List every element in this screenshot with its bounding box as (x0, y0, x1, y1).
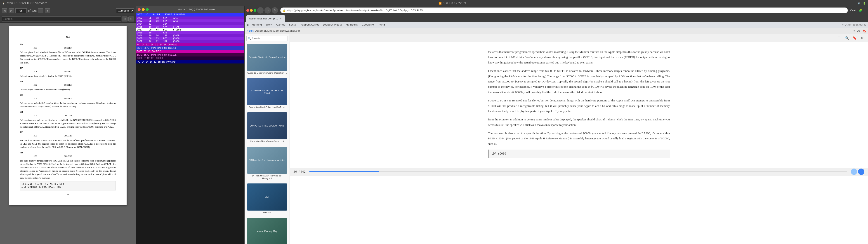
browser-title-bar: ← → ↻ 🔒 https://play.google.com/books/re… (245, 6, 868, 14)
browser-maximize-btn[interactable] (254, 9, 256, 12)
browser-body: Guide to Electronic Game Operation Guide… (245, 34, 868, 244)
reader-toc-btn[interactable]: ☰ (836, 35, 842, 41)
browser-tabs: AssemblyLinesCompl... ✕ (245, 14, 868, 22)
reader-next-btn[interactable]: › (858, 169, 864, 175)
book-search-input[interactable] (246, 36, 288, 41)
pdf-search-input[interactable] (2, 17, 121, 22)
other-bookmarks[interactable]: » Other bookmarks (842, 23, 866, 26)
pdf-text-710: The same as above for playfield two; in … (20, 159, 116, 180)
pdf-zoom-in-btn[interactable]: + (45, 8, 50, 13)
window-close-btn[interactable] (138, 8, 141, 11)
bookmark-googlefit-label: Google Fit (362, 23, 374, 26)
pdf-page-input[interactable]: 95 (16, 8, 27, 13)
system-bar-center: 📶 Sun Jun 12 22:09 (438, 1, 466, 5)
pdf-section-707: 707 (20, 93, 116, 97)
browser-reader[interactable]: ☰ 🔍 🔖 ⚙ the areas that hardcore programm… (290, 34, 868, 244)
browser-panel: ← → ↻ 🔒 https://play.google.com/books/re… (244, 6, 868, 244)
bookmark-mybooks[interactable]: My Books (344, 23, 360, 27)
pdf-search-bar: ◁ ▷ (0, 16, 135, 23)
pdf-zoom-select[interactable]: 109.96% 100% 75% (116, 8, 134, 13)
tab-close-btn[interactable]: ✕ (279, 17, 282, 20)
bookmark-games[interactable]: Games (274, 23, 287, 27)
system-bar: 🐧 atari+ 1.80(c) THOR Software 📶 Sun Jun… (0, 0, 868, 6)
datetime: Sun Jun 12 22:09 (443, 2, 466, 5)
battery-icon: 🔋 (863, 1, 866, 5)
pdf-text-708: Color register zero, color of playfield … (20, 119, 116, 129)
window-maximize-btn[interactable] (146, 8, 149, 11)
pdf-edit-back-link[interactable]: « Edit (246, 29, 254, 32)
bookmark-morning[interactable]: Morning (250, 23, 264, 27)
browser-close-btn[interactable] (246, 9, 249, 12)
book-thumb-3[interactable]: COMPUTES THIRD BOOK OF ATARI Computes-Th… (246, 111, 288, 144)
more-menu-icon[interactable]: ⋮ (864, 9, 866, 12)
book-thumb-2[interactable]: COMPUTES ATARI COLLECTION VOL.1 Computes… (246, 77, 288, 110)
book-cover-6: Master Memory Map (247, 218, 287, 244)
pdf-cols-709: 2C5 COLOR1 (20, 134, 116, 138)
book-thumb-5[interactable]: LISP LISP.pdf (246, 183, 288, 215)
pdf-cols-710: 2C6 COLOR2 (20, 155, 116, 158)
browser-tab-active[interactable]: AssemblyLinesCompl... ✕ (246, 16, 285, 22)
app-title: atari+ 1.80(c) THOR Software (7, 2, 47, 5)
menu-icon-strip[interactable]: ≡ (854, 29, 856, 32)
pdf-url-strip: « Edit AssemblyLinesCompleteWagner.pdf ≡… (245, 28, 868, 34)
pdf-page: 704 704 2C0 PCOLR0 Color of player 0 and… (9, 26, 127, 205)
atari-ddt-label: DDT (137, 13, 142, 16)
pdf-doc-title-strip: AssemblyLinesCompleteWagner.pdf (255, 29, 300, 32)
bookmark-googlefit[interactable]: Google Fit (360, 23, 376, 27)
pdf-section-706: 706 (20, 80, 116, 83)
reader-search-btn[interactable]: 🔍 (844, 35, 850, 41)
system-bar-right: 🔊 🔋 (857, 1, 866, 5)
browser-refresh-btn[interactable]: ↻ (272, 7, 278, 13)
bookmark-social[interactable]: Social (287, 23, 298, 27)
pdf-col-pcolr0: PCOLR0 (53, 47, 83, 50)
extensions-icon[interactable]: 🧩 (859, 9, 862, 12)
browser-user: Craig (850, 9, 857, 12)
atari-row: 1004 82 INX (136, 22, 244, 25)
sound-icon[interactable]: 🔊 (857, 1, 861, 5)
bookmark-work[interactable]: Work (264, 23, 274, 27)
book-thumb-4[interactable]: DITH on the Atari Learning by Using DITH… (246, 146, 288, 181)
atari-command-row[interactable]: PC IA IX IY IZ ENTER COMMAND (136, 60, 244, 63)
main-area: ◁ ▷ 95 of 228 − + 109.96% 100% 75% ◁ ▷ 7… (0, 6, 868, 244)
tab-label: AssemblyLinesCompl... (249, 17, 278, 20)
pdf-col-2c0: 2C0 (20, 47, 51, 50)
book-thumb-6[interactable]: Master Memory Map Master-Memory-Map.pdf … (246, 217, 288, 244)
pdf-content[interactable]: 704 704 2C0 PCOLR0 Color of player 0 and… (0, 23, 135, 244)
pdf-back-btn[interactable]: ◁ (2, 8, 7, 13)
reader-toolbar-icons: ☰ 🔍 🔖 ⚙ (836, 35, 865, 41)
bookmark-logitech[interactable]: Logitech Media (321, 23, 344, 27)
bookmark-social-label: Social (289, 23, 297, 26)
pdf-viewer-panel: ◁ ▷ 95 of 228 − + 109.96% 100% 75% ◁ ▷ 7… (0, 6, 135, 244)
pdf-search-next-btn[interactable]: ▷ (128, 17, 134, 22)
browser-forward-btn[interactable]: → (265, 7, 271, 13)
browser-back-btn[interactable]: ← (257, 7, 264, 13)
reader-prev-btn[interactable]: ‹ (851, 169, 857, 175)
book-sidebar: Guide to Electronic Game Operation Guide… (245, 34, 290, 244)
browser-controls-right: Craig 🧩 ⋮ (850, 9, 866, 12)
reader-settings-btn[interactable]: ⚙ (859, 35, 865, 41)
browser-url-bar[interactable]: 🔒 https://play.google.com/books/reader?p… (280, 7, 848, 13)
pdf-zoom-out-btn[interactable]: − (38, 8, 43, 13)
atari-row: 1002 0E 88 STX 02C6 (136, 17, 244, 20)
pdf-text-705: Color of player 0 and missile 1. Shadow … (20, 74, 116, 78)
pdf-search-prev-btn[interactable]: ◁ (122, 17, 127, 22)
book-cover-5: LISP (247, 183, 287, 211)
reader-progress-fill (309, 171, 379, 172)
pdf-forward-btn[interactable]: ▷ (8, 8, 14, 13)
bookmarks-bar: ⊞ Morning Work Games Social Pepper&Carro… (245, 22, 868, 28)
reader-bookmark-btn[interactable]: 🔖 (851, 35, 858, 41)
browser-minimize-btn[interactable] (250, 9, 253, 12)
font-size-strip[interactable]: Aa (857, 29, 861, 32)
bookmark-ynab[interactable]: YNAB (377, 23, 387, 27)
atari-reg-values: 1005 82 42 00 FF 1 (136, 50, 244, 53)
book-title-1: Guide to Electronic Game Operation ... (247, 72, 287, 74)
atari-stack-data: 0000 01011011 00000 (136, 57, 244, 60)
bookmark-pepper-label: Pepper&Carrot (301, 23, 319, 26)
atari-bkp-label: BKP1 BKP2 BKP3 BKP4 MV BDIZCL (137, 47, 177, 49)
window-minimize-btn[interactable] (142, 8, 145, 11)
bookmark-strip-icon[interactable]: 🔖 (862, 29, 866, 33)
bookmark-pepper[interactable]: Pepper&Carrot (299, 23, 321, 27)
ubuntu-icon[interactable]: 🐧 (2, 1, 5, 5)
book-thumb-1[interactable]: Guide to Electronic Game Operation Guide… (246, 43, 288, 75)
reader-page-total: / 441 (299, 170, 306, 173)
